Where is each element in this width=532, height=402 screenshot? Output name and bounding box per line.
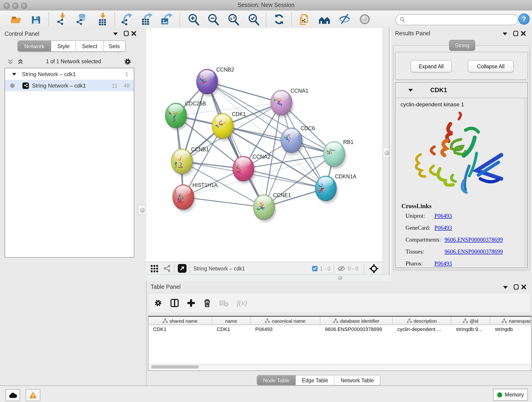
expand-all-icon[interactable] bbox=[17, 58, 23, 64]
open-in-window-icon[interactable] bbox=[178, 264, 186, 273]
crosslink-link[interactable]: 9606.ENSP00000378699 bbox=[444, 249, 503, 255]
network-collection-row[interactable]: String Network – cdk1 1 bbox=[5, 68, 134, 80]
panel-close-icon[interactable] bbox=[132, 31, 136, 36]
tab-select[interactable]: Select bbox=[76, 41, 104, 51]
gene-section-header[interactable]: CDK1 bbox=[395, 83, 527, 98]
show-hide-details-button[interactable] bbox=[338, 12, 351, 26]
network-node-CCNA1[interactable]: CCNA1 bbox=[271, 88, 308, 118]
export-table-button[interactable] bbox=[140, 12, 153, 26]
tab-network[interactable]: Network bbox=[18, 41, 51, 51]
tab-sets[interactable]: Sets bbox=[104, 41, 125, 51]
collapse-all-button[interactable]: Collapse All bbox=[468, 60, 514, 72]
column-header-database-identifier[interactable]: database identifier bbox=[320, 317, 393, 325]
crosslink-link[interactable]: 9606.ENSP00000378699 bbox=[444, 236, 503, 243]
network-options-gear-icon[interactable] bbox=[124, 57, 132, 65]
results-tab-string[interactable]: String bbox=[449, 40, 475, 51]
network-node-CCNA2[interactable]: CCNA2 bbox=[233, 154, 270, 184]
table-options-gear-icon[interactable] bbox=[154, 299, 162, 307]
panel-float-icon[interactable] bbox=[513, 31, 518, 36]
collapse-all-icon[interactable] bbox=[7, 58, 13, 64]
import-network-file-button[interactable] bbox=[56, 12, 69, 26]
zoom-fit-button[interactable] bbox=[226, 12, 240, 26]
zoom-in-button[interactable] bbox=[186, 12, 200, 26]
cell-id[interactable]: stringdb:9... bbox=[451, 326, 490, 332]
import-table-file-button[interactable] bbox=[96, 12, 109, 26]
network-canvas[interactable]: CCNB2CCNA1CDC25BCDK1CDC6RB1CCNB1CCNA2CDK… bbox=[146, 28, 382, 262]
add-column-icon[interactable] bbox=[187, 299, 195, 307]
show-columns-icon[interactable] bbox=[171, 299, 179, 307]
network-graph[interactable]: CCNB2CCNA1CDC25BCDK1CDC6RB1CCNB1CCNA2CDK… bbox=[146, 28, 382, 262]
crosslink-label: GeneCard: bbox=[405, 225, 430, 231]
export-image-button[interactable] bbox=[159, 12, 173, 26]
network-row[interactable]: String Network – cdk1 11 48 bbox=[5, 80, 134, 91]
grid-view-icon[interactable] bbox=[150, 264, 158, 273]
column-header-description[interactable]: description bbox=[393, 317, 451, 325]
crosslink-link[interactable]: P06493 bbox=[434, 225, 452, 231]
expand-all-button[interactable]: Expand All bbox=[411, 60, 452, 72]
zoom-selected-button[interactable] bbox=[247, 12, 260, 26]
home-button[interactable] bbox=[317, 12, 331, 26]
help-button[interactable]: ? bbox=[518, 13, 530, 25]
tab-edge-table[interactable]: Edge Table bbox=[296, 375, 335, 385]
panel-menu-icon[interactable] bbox=[503, 286, 508, 289]
delete-table-icon[interactable] bbox=[219, 300, 229, 306]
cell-database-identifier[interactable]: 9606.ENSP00000378699 bbox=[320, 326, 393, 332]
gene-description: cyclin-dependent kinase 1 bbox=[400, 101, 464, 108]
memory-button[interactable]: Memory bbox=[493, 389, 528, 401]
panel-close-icon[interactable] bbox=[521, 285, 526, 289]
network-node-RB1[interactable]: RB1 bbox=[323, 139, 354, 169]
function-builder-icon[interactable]: f(x) bbox=[237, 299, 247, 307]
toolbar-divider bbox=[364, 264, 364, 273]
table-row[interactable]: CDK1 CDK1 P06493 9606.ENSP00000378699 cy… bbox=[148, 325, 531, 333]
refresh-view-button[interactable] bbox=[272, 12, 286, 26]
panel-float-icon[interactable] bbox=[514, 284, 519, 290]
column-header-id[interactable]: @id bbox=[451, 317, 490, 325]
cell-namespace[interactable]: stringdb bbox=[490, 326, 532, 332]
network-node-HIST1H1A[interactable]: HIST1H1A bbox=[172, 182, 218, 212]
import-network-database-button[interactable] bbox=[75, 12, 89, 26]
network-node-CDKN1A[interactable]: CDKN1A bbox=[315, 173, 356, 203]
birds-eye-view-button[interactable] bbox=[358, 12, 372, 26]
crosslink-link[interactable]: P06493 bbox=[434, 260, 452, 267]
cell-description[interactable]: cyclin-dependent ... bbox=[393, 326, 451, 332]
crosslink-link[interactable]: P06493 bbox=[434, 213, 452, 220]
column-header-name[interactable]: name bbox=[212, 317, 251, 325]
open-documents-button[interactable] bbox=[297, 12, 311, 26]
network-node-CCNE1[interactable]: CCNE1 bbox=[253, 192, 291, 222]
open-session-button[interactable] bbox=[9, 12, 23, 26]
export-network-button[interactable] bbox=[120, 12, 134, 26]
search-input[interactable] bbox=[407, 17, 514, 23]
birds-eye-toggle-icon[interactable] bbox=[369, 264, 379, 273]
tab-node-table[interactable]: Node Table bbox=[257, 375, 296, 385]
warnings-button[interactable] bbox=[26, 389, 40, 401]
scrollbar-thumb[interactable] bbox=[151, 365, 199, 369]
panel-menu-icon[interactable] bbox=[503, 32, 507, 35]
cell-name[interactable]: CDK1 bbox=[212, 326, 251, 332]
tab-network-table[interactable]: Network Table bbox=[335, 375, 380, 385]
shared-column-icon bbox=[333, 318, 338, 323]
column-header-namespace[interactable]: namespace bbox=[490, 317, 532, 325]
cloud-status-button[interactable] bbox=[6, 389, 20, 401]
save-session-button[interactable] bbox=[29, 12, 43, 26]
panel-float-icon[interactable] bbox=[124, 31, 129, 36]
table-horizontal-scrollbar[interactable] bbox=[148, 364, 530, 370]
column-header-shared-name[interactable]: shared name bbox=[148, 317, 212, 325]
panel-close-icon[interactable] bbox=[521, 31, 526, 36]
tab-style[interactable]: Style bbox=[51, 41, 76, 51]
horizontal-splitter-handle[interactable] bbox=[338, 275, 342, 280]
selected-checkbox-icon[interactable] bbox=[312, 266, 317, 271]
cell-canonical-name[interactable]: P06493 bbox=[251, 326, 320, 332]
left-splitter-handle[interactable] bbox=[138, 205, 146, 215]
table-toolbar: f(x) bbox=[148, 293, 531, 313]
column-header-canonical-name[interactable]: canonical name bbox=[251, 317, 320, 325]
zoom-out-button[interactable] bbox=[206, 12, 220, 26]
delete-column-icon[interactable] bbox=[203, 299, 211, 307]
node-label: CCNA1 bbox=[291, 88, 308, 94]
cell-shared-name[interactable]: CDK1 bbox=[148, 326, 212, 332]
network-share-icon[interactable] bbox=[163, 264, 171, 272]
network-node-CCNB2[interactable]: CCNB2 bbox=[196, 67, 234, 96]
collection-expand-icon[interactable] bbox=[12, 73, 16, 75]
panel-menu-icon[interactable] bbox=[113, 32, 118, 35]
network-node-CDC25B[interactable]: CDC25B bbox=[165, 101, 206, 130]
gene-collapse-icon[interactable] bbox=[408, 89, 413, 91]
